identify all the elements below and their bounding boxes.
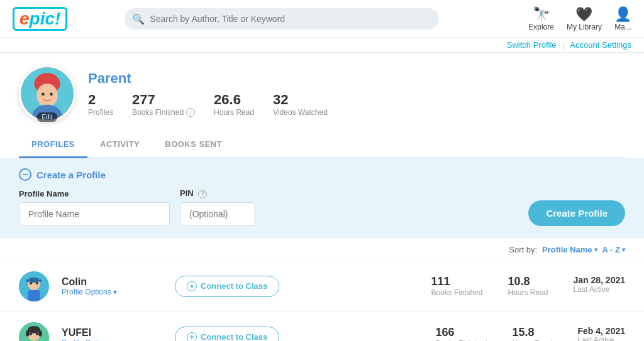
pin-label: PIN ? <box>180 188 255 198</box>
profile-header: Edit Parent 2 Profiles 277 Books Finishe… <box>19 65 625 132</box>
yufei-profile-name-section: YUFEI Profile Options ▾ <box>62 327 162 342</box>
switch-profile-link[interactable]: Switch Profile <box>507 40 557 50</box>
app-logo[interactable]: epic! <box>13 7 67 31</box>
yufei-last-active-label: Last Active <box>578 336 626 341</box>
app-header: epic! 🔍 🔭 Explore 🖤 My Library 👤 Ma... <box>0 0 644 38</box>
colin-last-active-label: Last Active <box>573 285 625 294</box>
nav-more[interactable]: 👤 Ma... <box>614 6 631 31</box>
svg-point-17 <box>30 333 32 335</box>
colin-hours-label: Hours Read <box>508 288 548 297</box>
nav-more-label: Ma... <box>614 23 631 31</box>
account-settings-link[interactable]: Account Settings <box>570 40 631 50</box>
yufei-hours-stat: 15.8 Hours Read <box>512 326 552 341</box>
create-profile-form: Profile Name PIN ? Create Profile <box>19 188 625 226</box>
avatar-colin <box>19 271 49 301</box>
profile-section: Edit Parent 2 Profiles 277 Books Finishe… <box>0 53 644 158</box>
colin-last-active-value: Jan 28, 2021 <box>573 275 625 285</box>
colin-books-stat: 111 Books Finished <box>431 275 482 297</box>
tabs: PROFILES ACTIVITY BOOKS SENT <box>19 132 625 158</box>
yufei-books-stat: 166 Books Finished <box>435 326 487 341</box>
stats-row: 2 Profiles 277 Books Finished i 26.6 Hou… <box>88 92 328 117</box>
stat-videos: 32 Videos Watched <box>273 92 328 117</box>
stat-books: 277 Books Finished i <box>132 92 195 117</box>
svg-point-19 <box>28 326 40 333</box>
sort-bar: Sort by: Profile Name ▾ A - Z ▾ <box>0 239 644 261</box>
divider: | <box>562 40 564 50</box>
create-profile-title: Create a Profile <box>36 170 106 180</box>
tab-profiles[interactable]: PROFILES <box>19 132 87 158</box>
table-row: YUFEI Profile Options ▾ + Connect to Cla… <box>0 312 644 342</box>
yufei-profile-options[interactable]: Profile Options ▾ <box>62 338 162 342</box>
yufei-last-active-value: Feb 4, 2021 <box>578 326 626 336</box>
create-profile-button[interactable]: Create Profile <box>528 200 625 226</box>
colin-profile-name-section: Colin Profile Options ▾ <box>62 276 162 296</box>
svg-point-20 <box>26 330 30 337</box>
search-input[interactable] <box>125 8 439 30</box>
yufei-last-active-stat: Feb 4, 2021 Last Active <box>578 326 626 341</box>
colin-name: Colin <box>62 276 162 288</box>
svg-rect-13 <box>39 279 42 282</box>
profile-name-group: Profile Name <box>19 189 170 226</box>
books-info-icon[interactable]: i <box>186 108 195 117</box>
colin-last-active-stat: Jan 28, 2021 Last Active <box>573 275 625 297</box>
yufei-name: YUFEI <box>62 327 162 338</box>
colin-hours-value: 10.8 <box>508 275 548 288</box>
sort-order-dropdown[interactable]: A - Z ▾ <box>602 245 625 254</box>
svg-point-2 <box>36 84 58 107</box>
profiles-list: Colin Profile Options ▾ + Connect to Cla… <box>0 261 644 342</box>
pin-field[interactable] <box>180 202 255 226</box>
tab-activity[interactable]: ACTIVITY <box>87 132 152 158</box>
tab-books-sent[interactable]: BOOKS SENT <box>152 132 235 158</box>
switch-profile-bar: Switch Profile | Account Settings <box>0 38 644 53</box>
sort-order-chevron: ▾ <box>622 246 625 253</box>
pin-group: PIN ? <box>180 188 255 226</box>
search-bar: 🔍 <box>125 8 439 30</box>
colin-books-label: Books Finished <box>431 288 482 297</box>
sort-field-dropdown[interactable]: Profile Name ▾ <box>542 245 597 254</box>
table-row: Colin Profile Options ▾ + Connect to Cla… <box>0 261 644 312</box>
header-nav: 🔭 Explore 🖤 My Library 👤 Ma... <box>528 6 631 31</box>
nav-my-library[interactable]: 🖤 My Library <box>567 6 602 31</box>
colin-profile-options[interactable]: Profile Options ▾ <box>62 288 162 296</box>
svg-point-5 <box>50 93 53 96</box>
colin-stats: 111 Books Finished 10.8 Hours Read Jan 2… <box>431 275 625 297</box>
sort-field-chevron: ▾ <box>594 246 597 253</box>
collapse-icon: − <box>19 168 31 181</box>
stat-profiles: 2 Profiles <box>88 92 113 117</box>
avatar-yufei <box>19 322 49 342</box>
svg-point-4 <box>42 93 45 96</box>
plus-circle-icon: + <box>187 281 197 291</box>
search-icon: 🔍 <box>132 13 145 24</box>
avatar-yufei-illustration <box>19 322 49 342</box>
svg-rect-11 <box>29 278 39 283</box>
yufei-options-chevron: ▾ <box>113 338 117 342</box>
edit-badge[interactable]: Edit <box>36 112 57 122</box>
svg-rect-8 <box>28 290 40 301</box>
plus-circle-icon: + <box>187 332 197 342</box>
sort-label: Sort by: <box>509 245 537 254</box>
pin-info-icon[interactable]: ? <box>198 190 207 198</box>
stat-videos-value: 32 <box>273 92 328 108</box>
svg-point-21 <box>38 330 42 337</box>
create-profile-toggle[interactable]: − Create a Profile <box>19 168 625 181</box>
stat-profiles-label: Profiles <box>88 108 113 117</box>
nav-explore[interactable]: 🔭 Explore <box>528 6 554 31</box>
avatar-colin-illustration <box>19 271 49 301</box>
yufei-books-value: 166 <box>435 326 487 339</box>
more-icon: 👤 <box>614 6 631 23</box>
stat-hours: 26.6 Hours Read <box>214 92 254 117</box>
colin-options-chevron: ▾ <box>113 288 117 296</box>
svg-point-18 <box>36 333 38 335</box>
yufei-hours-value: 15.8 <box>512 326 552 339</box>
svg-rect-12 <box>26 279 29 282</box>
colin-books-value: 111 <box>431 275 482 288</box>
colin-hours-stat: 10.8 Hours Read <box>508 275 548 297</box>
nav-my-library-label: My Library <box>567 23 602 31</box>
profile-info: Parent 2 Profiles 277 Books Finished i 2… <box>88 70 328 117</box>
profile-name-field[interactable] <box>19 202 170 226</box>
yufei-connect-button[interactable]: + Connect to Class <box>175 327 279 342</box>
colin-connect-button[interactable]: + Connect to Class <box>175 276 279 297</box>
stat-videos-label: Videos Watched <box>273 108 328 117</box>
yufei-stats: 166 Books Finished 15.8 Hours Read Feb 4… <box>435 326 625 341</box>
stat-books-value: 277 <box>132 92 195 108</box>
